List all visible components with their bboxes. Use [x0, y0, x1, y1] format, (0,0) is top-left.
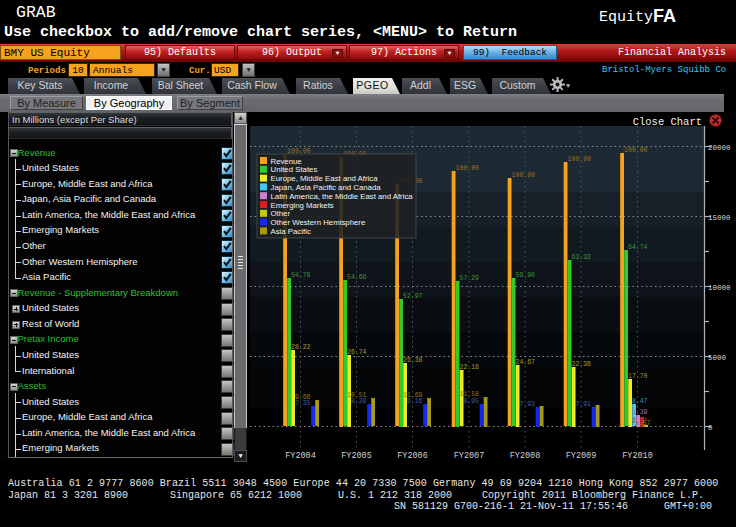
svg-text:20000: 20000	[708, 144, 731, 152]
svg-text:64.74: 64.74	[628, 244, 648, 251]
svg-text:7.35: 7.35	[295, 400, 311, 407]
svg-text:57.29: 57.29	[459, 275, 479, 282]
svg-text:Latin America, the Middle East: Latin America, the Middle East and Afric…	[271, 192, 414, 201]
svg-text:8.95: 8.95	[463, 398, 479, 405]
svg-text:Europe, Middle East and Africa: Europe, Middle East and Africa	[271, 174, 379, 183]
svg-text:FY2004: FY2004	[285, 451, 316, 461]
svg-text:1.57: 1.57	[635, 420, 651, 427]
svg-text:FY2007: FY2007	[454, 451, 485, 461]
svg-text:8.47: 8.47	[632, 398, 648, 405]
svg-text:100.00: 100.00	[624, 147, 648, 154]
svg-text:5000: 5000	[708, 354, 727, 362]
svg-text:11.58: 11.58	[459, 391, 479, 398]
svg-text:7.91: 7.91	[575, 401, 591, 408]
svg-text:10000: 10000	[708, 284, 731, 292]
svg-text:FY2009: FY2009	[566, 451, 597, 461]
svg-text:15000: 15000	[708, 214, 731, 222]
svg-text:United States: United States	[271, 165, 318, 174]
svg-text:Revenue: Revenue	[271, 157, 302, 166]
svg-text:100.00: 100.00	[512, 172, 536, 179]
svg-text:24.67: 24.67	[515, 359, 535, 366]
svg-text:100.00: 100.00	[456, 165, 480, 172]
svg-text:Emerging Markets: Emerging Markets	[271, 201, 334, 210]
svg-text:22.18: 22.18	[459, 364, 479, 371]
svg-text:Asia Pacific: Asia Pacific	[271, 227, 311, 236]
svg-text:59.90: 59.90	[515, 272, 535, 279]
svg-text:26.74: 26.74	[347, 349, 367, 356]
svg-text:FY2010: FY2010	[622, 451, 653, 461]
svg-text:54.66: 54.66	[347, 274, 367, 281]
svg-text:26.38: 26.38	[403, 357, 423, 364]
svg-text:FY2005: FY2005	[341, 451, 372, 461]
svg-text:17.70: 17.70	[628, 373, 648, 380]
svg-text:0: 0	[708, 424, 713, 432]
svg-text:Other: Other	[271, 209, 291, 218]
svg-text:Japan, Asia Pacific and Canada: Japan, Asia Pacific and Canada	[271, 183, 382, 192]
svg-text:28.22: 28.22	[291, 344, 311, 351]
svg-text:22.36: 22.36	[571, 361, 591, 368]
svg-text:7.93: 7.93	[519, 401, 535, 408]
svg-text:Close Chart: Close Chart	[633, 116, 702, 128]
svg-text:9.16: 9.16	[407, 398, 423, 405]
svg-text:FY2006: FY2006	[397, 451, 428, 461]
svg-text:63.32: 63.32	[571, 254, 591, 261]
svg-text:52.97: 52.97	[403, 293, 423, 300]
svg-text:Other Western Hemisphere: Other Western Hemisphere	[271, 218, 366, 227]
svg-text:100.00: 100.00	[568, 156, 592, 163]
svg-text:54.76: 54.76	[291, 272, 311, 279]
svg-text:10.51: 10.51	[347, 392, 367, 399]
svg-text:9.66: 9.66	[295, 394, 311, 401]
svg-text:8.29: 8.29	[351, 398, 367, 405]
svg-text:3.39: 3.39	[632, 409, 648, 416]
svg-text:FY2008: FY2008	[510, 451, 541, 461]
svg-text:11.69: 11.69	[403, 392, 423, 399]
